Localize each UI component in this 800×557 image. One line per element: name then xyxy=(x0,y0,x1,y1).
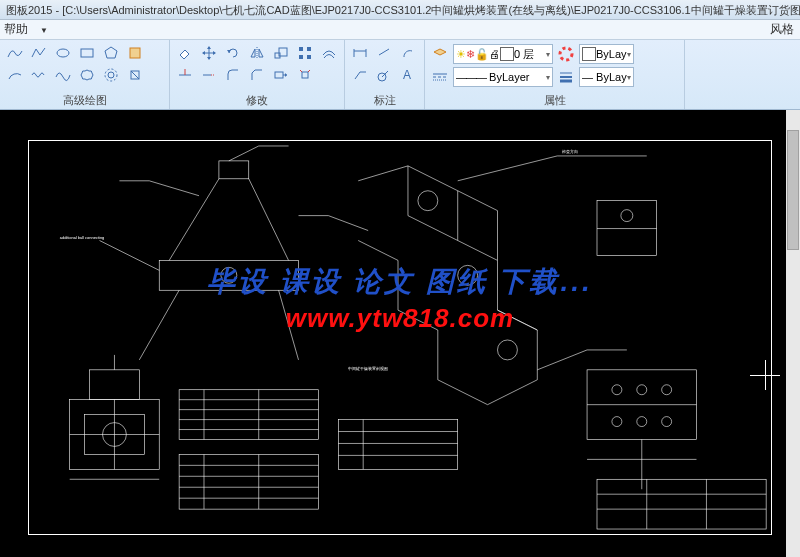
rectangle-icon[interactable] xyxy=(78,44,96,62)
polyline-icon[interactable] xyxy=(30,44,48,62)
svg-line-65 xyxy=(458,156,557,181)
spline-icon[interactable] xyxy=(6,44,24,62)
menu-style[interactable]: 风格 xyxy=(770,21,794,38)
dim-angular-icon[interactable] xyxy=(399,44,417,62)
extend-icon[interactable] xyxy=(200,66,218,84)
explode-icon[interactable] xyxy=(296,66,314,84)
erase-icon[interactable] xyxy=(176,44,194,62)
polygon-icon[interactable] xyxy=(102,44,120,62)
dim-leader-icon[interactable] xyxy=(351,66,369,84)
ribbon-group-label: 标注 xyxy=(351,92,418,109)
svg-point-5 xyxy=(105,69,117,81)
lineweight-icon[interactable] xyxy=(557,68,575,86)
ribbon-group-label: 属性 xyxy=(431,92,678,109)
svg-point-4 xyxy=(108,72,114,78)
gear-icon[interactable] xyxy=(102,66,120,84)
svg-marker-2 xyxy=(105,47,117,58)
svg-point-55 xyxy=(221,267,237,283)
trim-icon[interactable] xyxy=(176,66,194,84)
svg-line-56 xyxy=(100,240,160,270)
svg-marker-41 xyxy=(434,49,446,55)
color-wheel-icon[interactable] xyxy=(557,45,575,63)
ribbon-group-label: 修改 xyxy=(176,92,338,109)
drawing-canvas[interactable]: additional ball connecting 检查方向 xyxy=(0,110,800,557)
stretch-icon[interactable] xyxy=(272,66,290,84)
ellipse-icon[interactable] xyxy=(54,44,72,62)
svg-rect-21 xyxy=(307,47,311,51)
svg-line-50 xyxy=(169,179,219,261)
dim-linear-icon[interactable] xyxy=(351,44,369,62)
window-titlebar: 图板2015 - [C:\Users\Administrator\Desktop… xyxy=(0,0,800,20)
svg-rect-100 xyxy=(179,454,318,509)
svg-line-53 xyxy=(139,290,179,360)
dim-radius-icon[interactable] xyxy=(375,66,393,84)
svg-rect-3 xyxy=(130,48,140,58)
svg-rect-23 xyxy=(307,55,311,59)
move-icon[interactable] xyxy=(200,44,218,62)
svg-point-64 xyxy=(498,340,518,360)
svg-line-32 xyxy=(300,70,302,72)
rotate-icon[interactable] xyxy=(224,44,242,62)
ribbon: 高级绘图 修改 A 标注 xyxy=(0,40,800,110)
wave2-icon[interactable] xyxy=(54,66,72,84)
svg-line-33 xyxy=(308,70,310,72)
svg-rect-1 xyxy=(81,49,93,57)
svg-point-78 xyxy=(637,385,647,395)
svg-text:检查方向: 检查方向 xyxy=(562,149,578,154)
svg-point-77 xyxy=(612,385,622,395)
scale-icon[interactable] xyxy=(272,44,290,62)
mirror-icon[interactable] xyxy=(248,44,266,62)
block-icon[interactable] xyxy=(126,44,144,62)
menubar: 帮助▼ 风格 xyxy=(0,20,800,40)
svg-point-80 xyxy=(612,417,622,427)
chamfer-icon[interactable] xyxy=(248,66,266,84)
svg-rect-90 xyxy=(90,370,140,400)
offset-icon[interactable] xyxy=(320,44,338,62)
svg-rect-20 xyxy=(299,47,303,51)
layer-manager-icon[interactable] xyxy=(431,45,449,63)
layer-combo[interactable]: ☀❄🔓🖨 0 层▾ xyxy=(453,44,553,64)
svg-text:additional ball connecting: additional ball connecting xyxy=(60,235,105,240)
svg-rect-52 xyxy=(159,260,298,290)
svg-marker-15 xyxy=(251,49,255,57)
menu-help[interactable]: 帮助▼ xyxy=(4,21,58,38)
color-combo[interactable]: ByLay▾ xyxy=(579,44,634,64)
svg-rect-28 xyxy=(275,72,283,78)
svg-rect-72 xyxy=(597,201,657,256)
array-icon[interactable] xyxy=(296,44,314,62)
svg-marker-30 xyxy=(285,73,287,77)
svg-marker-16 xyxy=(259,49,263,57)
fillet-icon[interactable] xyxy=(224,66,242,84)
svg-line-7 xyxy=(131,71,139,79)
svg-rect-93 xyxy=(179,390,318,440)
svg-line-51 xyxy=(249,179,289,261)
svg-line-60 xyxy=(149,181,199,196)
svg-point-81 xyxy=(637,417,647,427)
svg-marker-12 xyxy=(202,51,205,55)
svg-rect-107 xyxy=(338,420,457,470)
dim-text-icon[interactable]: A xyxy=(399,66,417,84)
linetype-combo[interactable]: ——— ByLayer▾ xyxy=(453,67,553,87)
svg-point-63 xyxy=(458,265,478,285)
wave-icon[interactable] xyxy=(30,66,48,84)
arc-icon[interactable] xyxy=(6,66,24,84)
lineweight-combo[interactable]: — ByLay▾ xyxy=(579,67,634,87)
dim-aligned-icon[interactable] xyxy=(375,44,393,62)
hole-icon[interactable] xyxy=(126,66,144,84)
svg-point-42 xyxy=(560,48,572,60)
svg-point-74 xyxy=(621,210,633,222)
scrollbar-thumb[interactable] xyxy=(787,130,799,250)
svg-line-68 xyxy=(537,350,587,370)
vertical-scrollbar[interactable] xyxy=(786,110,800,557)
svg-point-82 xyxy=(662,417,672,427)
svg-rect-22 xyxy=(299,55,303,59)
svg-marker-14 xyxy=(227,50,231,53)
revcloud-icon[interactable] xyxy=(78,66,96,84)
svg-line-58 xyxy=(229,146,259,161)
svg-line-39 xyxy=(382,71,388,77)
ribbon-group-label: 高级绘图 xyxy=(6,92,163,109)
linetype-icon[interactable] xyxy=(431,68,449,86)
svg-rect-49 xyxy=(219,161,249,179)
svg-text:A: A xyxy=(403,68,411,82)
svg-point-0 xyxy=(57,49,69,57)
